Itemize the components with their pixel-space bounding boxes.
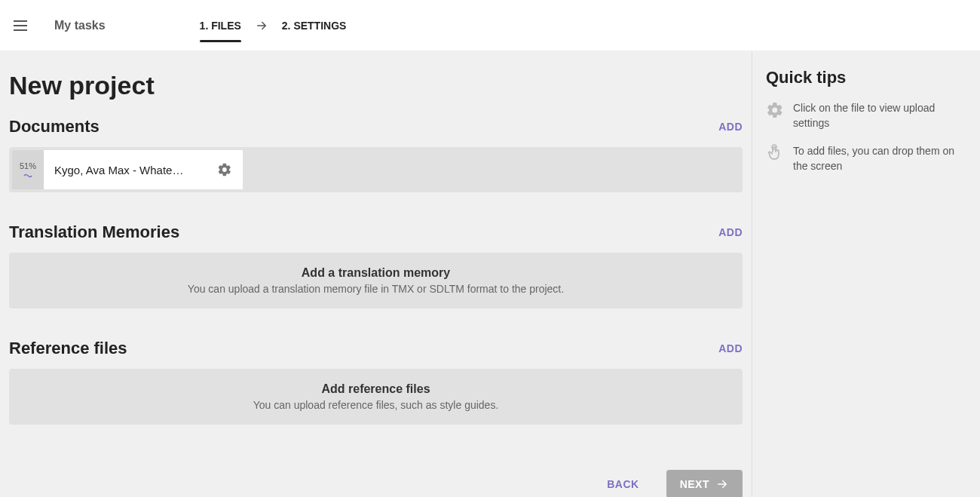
tip-item: To add files, you can drop them on the s… — [766, 144, 966, 173]
document-card[interactable]: 51% Kygo, Ava Max - Whate… — [12, 150, 243, 189]
tm-placeholder-sub: You can upload a translation memory file… — [24, 283, 727, 295]
tm-placeholder-title: Add a translation memory — [24, 266, 727, 280]
tip-item: Click on the file to view upload setting… — [766, 101, 966, 130]
ref-placeholder-sub: You can upload reference files, such as … — [24, 399, 727, 411]
app-brand[interactable]: My tasks — [54, 19, 106, 32]
arrow-right-icon — [255, 19, 268, 32]
progress-mark-icon — [23, 173, 32, 179]
tm-placeholder[interactable]: Add a translation memory You can upload … — [9, 253, 743, 308]
document-progress-value: 51% — [20, 161, 36, 170]
top-bar: My tasks 1. FILES 2. SETTINGS — [0, 0, 980, 51]
document-progress-badge: 51% — [12, 150, 44, 189]
documents-list: 51% Kygo, Ava Max - Whate… — [9, 147, 743, 192]
tip-text: Click on the file to view upload setting… — [793, 101, 966, 130]
next-button-label: NEXT — [680, 478, 709, 490]
back-button[interactable]: BACK — [595, 471, 651, 497]
next-button[interactable]: NEXT — [666, 470, 743, 497]
touch-icon — [766, 144, 784, 173]
quick-tips-title: Quick tips — [766, 68, 966, 87]
wizard-footer: BACK NEXT — [9, 470, 743, 497]
documents-add-button[interactable]: ADD — [718, 121, 743, 133]
step-files[interactable]: 1. FILES — [200, 2, 241, 50]
gear-icon[interactable] — [217, 162, 232, 177]
ref-section-title: Reference files — [9, 339, 127, 358]
ref-placeholder-title: Add reference files — [24, 382, 727, 396]
wizard-steps: 1. FILES 2. SETTINGS — [200, 2, 347, 50]
tm-add-button[interactable]: ADD — [718, 226, 743, 238]
page-title: New project — [9, 71, 743, 100]
arrow-right-icon — [715, 477, 729, 491]
hamburger-menu-icon[interactable] — [14, 17, 32, 35]
documents-section-title: Documents — [9, 117, 100, 137]
document-name: Kygo, Ava Max - Whate… — [54, 164, 183, 176]
main-panel: New project Documents ADD 51% Kygo, Ava … — [0, 51, 752, 497]
tip-text: To add files, you can drop them on the s… — [793, 144, 966, 173]
ref-add-button[interactable]: ADD — [718, 342, 743, 354]
gear-icon — [766, 101, 784, 130]
ref-placeholder[interactable]: Add reference files You can upload refer… — [9, 369, 743, 425]
step-settings[interactable]: 2. SETTINGS — [282, 2, 347, 50]
quick-tips-panel: Quick tips Click on the file to view upl… — [752, 51, 980, 497]
tm-section-title: Translation Memories — [9, 222, 179, 242]
